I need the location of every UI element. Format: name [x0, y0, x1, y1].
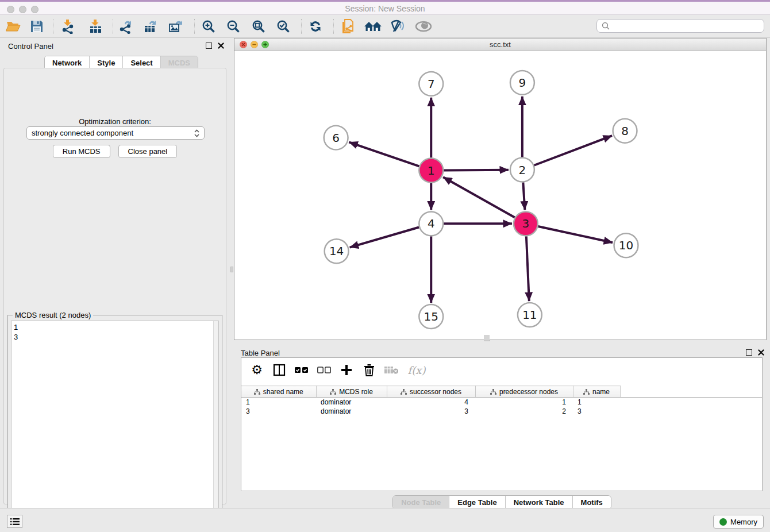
node-label: 9: [519, 76, 526, 90]
edge-3-1[interactable]: [443, 177, 515, 217]
run-mcds-button[interactable]: Run MCDS: [53, 145, 110, 158]
node-8[interactable]: 8: [613, 119, 637, 143]
export-table-icon[interactable]: [141, 17, 160, 36]
zoom-fit-icon[interactable]: [249, 17, 268, 36]
node-11[interactable]: 11: [518, 303, 542, 327]
edge-3-10[interactable]: [538, 226, 613, 242]
edge-1-6[interactable]: [349, 142, 419, 166]
refresh-icon[interactable]: [306, 17, 325, 36]
hide-graphics-icon[interactable]: [388, 17, 407, 36]
add-icon[interactable]: [338, 361, 355, 379]
edge-1-2[interactable]: [444, 170, 509, 171]
table-row[interactable]: 3dominator323: [241, 407, 762, 416]
column-type-icon: [490, 389, 496, 395]
node-3[interactable]: 3: [514, 211, 538, 236]
export-network-icon[interactable]: [116, 17, 136, 36]
zoom-selected-icon[interactable]: [274, 17, 293, 36]
gear-icon[interactable]: ⚙: [248, 361, 265, 379]
memory-status-icon: [719, 518, 727, 526]
network-view-title: scc.txt: [234, 40, 766, 49]
mcds-result-area[interactable]: 1 3: [11, 321, 219, 529]
unselect-all-icon[interactable]: [315, 361, 333, 379]
control-panel-header: Control Panel: [0, 38, 230, 54]
edge-3-11[interactable]: [526, 236, 529, 301]
search-input[interactable]: [613, 22, 759, 30]
horizontal-splitter[interactable]: [234, 340, 770, 345]
optimization-criterion-label: Optimization criterion:: [4, 117, 226, 126]
search-icon: [602, 22, 610, 30]
node-2[interactable]: 2: [510, 158, 534, 182]
cell-shared-name[interactable]: 1: [241, 398, 316, 407]
column-header-mcds-role[interactable]: MCDS role: [316, 386, 387, 398]
clone-network-icon[interactable]: [338, 17, 357, 36]
node-9[interactable]: 9: [510, 71, 534, 95]
column-header-successor-nodes[interactable]: successor nodes: [387, 386, 475, 398]
cell-name[interactable]: 1: [573, 398, 620, 407]
node-label: 3: [522, 217, 530, 230]
task-history-button[interactable]: [7, 515, 22, 528]
titlebar: Session: New Session: [0, 0, 770, 15]
cell-name[interactable]: 3: [573, 407, 620, 416]
save-session-icon[interactable]: [27, 17, 47, 36]
close-panel-icon[interactable]: [758, 349, 764, 356]
tab-edge-table[interactable]: Edge Table: [449, 496, 505, 509]
column-type-icon: [254, 389, 260, 395]
node-15[interactable]: 15: [419, 304, 443, 329]
delete-icon[interactable]: [360, 361, 378, 379]
import-network-icon[interactable]: [58, 17, 78, 36]
memory-button[interactable]: Memory: [713, 515, 764, 529]
node-label: 6: [332, 131, 340, 145]
memory-label: Memory: [730, 518, 757, 526]
homes-icon[interactable]: [363, 17, 383, 36]
tab-network-table[interactable]: Network Table: [506, 496, 573, 509]
column-header-predecessor-nodes[interactable]: predecessor nodes: [475, 386, 573, 398]
column-header-filler: [620, 386, 762, 398]
column-header-shared-name[interactable]: shared name: [241, 386, 316, 398]
network-canvas[interactable]: 7968124314101511: [234, 51, 766, 340]
column-type-icon: [583, 389, 590, 395]
edge-4-14[interactable]: [350, 227, 419, 247]
view-resize-grip[interactable]: [484, 335, 490, 339]
node-1[interactable]: 1: [419, 159, 443, 183]
open-session-icon[interactable]: [3, 17, 23, 36]
cell-successor-nodes[interactable]: 4: [387, 398, 475, 407]
result-scrollbar[interactable]: [213, 321, 218, 528]
search-field[interactable]: [596, 19, 764, 33]
float-panel-icon[interactable]: [746, 349, 752, 356]
node-10[interactable]: 10: [614, 233, 638, 257]
export-image-icon[interactable]: [166, 17, 186, 36]
columns-icon[interactable]: [271, 361, 288, 379]
zoom-out-icon[interactable]: [224, 17, 243, 36]
select-all-icon[interactable]: [293, 361, 310, 379]
splitter-handle[interactable]: [230, 267, 233, 272]
node-label: 10: [619, 238, 633, 252]
column-type-icon: [401, 389, 407, 395]
close-panel-icon[interactable]: [218, 43, 224, 49]
node-7[interactable]: 7: [419, 72, 443, 96]
cell-successor-nodes[interactable]: 3: [387, 407, 475, 416]
cell-mcds-role[interactable]: dominator: [316, 398, 387, 407]
node-4[interactable]: 4: [419, 211, 443, 236]
import-table-icon[interactable]: [86, 17, 105, 36]
edge-2-8[interactable]: [534, 136, 612, 165]
node-label: 7: [428, 77, 435, 91]
cell-predecessor-nodes[interactable]: 2: [475, 407, 573, 416]
float-panel-icon[interactable]: [206, 43, 212, 49]
table-panel: Table Panel ⚙ f(x) shared nameMCDS roles…: [234, 345, 770, 508]
mcds-result-box: MCDS result (2 nodes) 1 3: [7, 315, 222, 532]
cell-mcds-role[interactable]: dominator: [316, 407, 387, 416]
edge-2-3[interactable]: [523, 182, 525, 210]
cell-predecessor-nodes[interactable]: 1: [475, 398, 573, 407]
chevron-updown-icon: [194, 129, 199, 137]
tab-motifs[interactable]: Motifs: [573, 496, 611, 509]
close-panel-button[interactable]: Close panel: [118, 145, 178, 158]
table-row[interactable]: 1dominator411: [241, 398, 762, 407]
cell-shared-name[interactable]: 3: [241, 407, 316, 416]
node-14[interactable]: 14: [325, 239, 349, 263]
vertical-splitter[interactable]: [230, 38, 234, 508]
node-6[interactable]: 6: [324, 126, 348, 150]
criterion-dropdown[interactable]: strongly connected component: [26, 126, 205, 140]
tab-node-table[interactable]: Node Table: [393, 496, 449, 509]
column-header-name[interactable]: name: [573, 386, 620, 398]
zoom-in-icon[interactable]: [199, 17, 218, 36]
